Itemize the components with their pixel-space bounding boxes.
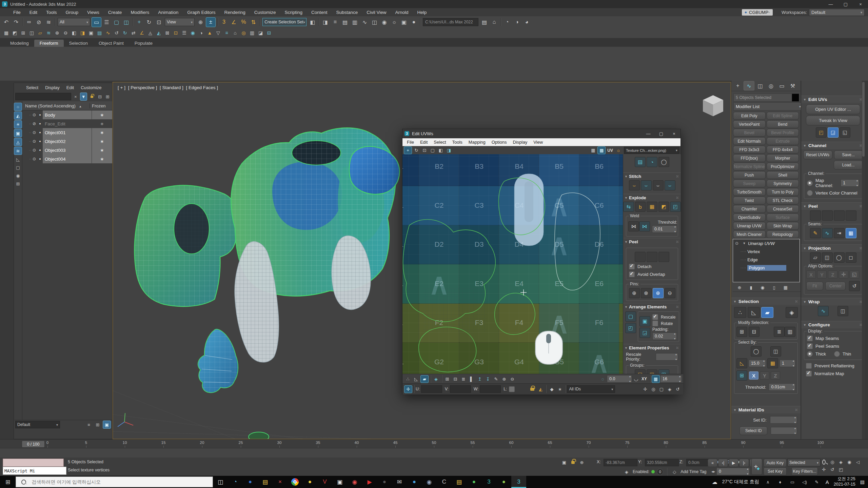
minimize-button[interactable]: — (823, 0, 838, 8)
explode-rollout-header[interactable]: Explode (623, 194, 681, 201)
app-mail[interactable]: ✉ (392, 476, 407, 488)
show-end-result[interactable]: ▮ (747, 284, 755, 291)
microphone-icon[interactable]: ♦ (776, 479, 784, 486)
object-name[interactable]: Object001 (43, 128, 92, 137)
modifier-button-edit-normals[interactable]: Edit Normals (733, 137, 766, 145)
modifier-button-bevel[interactable]: Bevel (733, 129, 766, 137)
stitch-custom[interactable]: ⌣ (629, 180, 640, 190)
pack-region[interactable]: ◲ (639, 328, 650, 338)
zoom-region[interactable]: ▢ (658, 386, 665, 393)
uv-polygon-sub[interactable]: ▰ (420, 375, 429, 383)
unpin-selected[interactable]: ⊗ (641, 288, 652, 298)
render-setup[interactable]: ☼ (390, 18, 399, 27)
redo[interactable]: ↷ (12, 18, 21, 27)
column-header-name[interactable]: Name (Sorted Ascending) ▲ (22, 103, 90, 108)
stitch-to-source[interactable]: ⌣ (641, 180, 652, 190)
app-map-pin[interactable]: ◉ (347, 476, 362, 488)
previous-frame-button[interactable]: ‹| (718, 459, 728, 467)
object-name[interactable]: Body (43, 110, 92, 119)
paint-select-add[interactable]: ⊕ (500, 375, 508, 383)
stack-subobject-edge[interactable]: ····Edge (733, 256, 800, 264)
set-keys-button[interactable]: +◆ (751, 459, 762, 475)
modifier-button-stl-check[interactable]: STL Check (767, 197, 799, 204)
configure-rollout-header[interactable]: Configure (801, 321, 865, 328)
timeline-tick-label[interactable]: 95 (780, 441, 784, 445)
app-telegram[interactable]: ● (407, 476, 422, 488)
pack-full[interactable]: ▣ (639, 316, 650, 326)
peel-mode[interactable] (647, 252, 657, 262)
poly-modeling-tool[interactable]: ◉ (189, 29, 197, 37)
loop-selection[interactable]: ≣ (460, 375, 467, 383)
ribbon-tab-freeform[interactable]: Freeform (34, 40, 64, 47)
weld-all[interactable]: ⋈ (639, 221, 650, 231)
uv-rotate[interactable]: ↻ (413, 147, 420, 154)
fov-tool[interactable]: ◁ (854, 459, 862, 466)
lock-selected-vertices-icon[interactable] (530, 388, 534, 391)
column-header-frozen[interactable]: Frozen (90, 103, 112, 108)
pin-live[interactable]: ⊕ (653, 288, 664, 298)
signin-user-chip[interactable]: ● CGBUMP ▾ (742, 9, 773, 16)
zoom-all[interactable]: ◎ (829, 459, 836, 466)
pan-tool[interactable]: ✢ (642, 386, 649, 393)
point-to-point-seam[interactable]: ∿ (822, 228, 833, 238)
poly-modeling-tool[interactable]: ⌂ (231, 29, 239, 37)
paint-select-sub[interactable]: ⊖ (509, 375, 516, 383)
select-by-smoothing-group[interactable]: ◯ (751, 346, 762, 357)
best-align[interactable]: ◱ (850, 270, 859, 279)
spline-wrap[interactable]: ∿ (818, 306, 829, 316)
arrange-rollout-header[interactable]: Arrange Elements (623, 303, 681, 310)
poly-modeling-tool[interactable]: ▽ (214, 29, 222, 37)
rescale-priority-spinner[interactable] (656, 353, 678, 361)
menu-content[interactable]: Content (307, 8, 332, 16)
poly-modeling-tool[interactable]: ⊕ (53, 29, 61, 37)
percent-snap-toggle[interactable]: % (239, 18, 248, 27)
uv-edge-sub[interactable]: ◺ (412, 375, 420, 383)
paint-select[interactable]: ✎ (492, 375, 500, 383)
poly-modeling-tool[interactable]: ⊡ (172, 29, 180, 37)
material-ids-rollout-header[interactable]: Material IDs (731, 406, 801, 413)
poly-modeling-tool[interactable]: ▤ (96, 29, 103, 37)
detach-checkbox[interactable] (629, 264, 635, 269)
modifier-button-turbosmooth[interactable]: TurboSmooth (733, 188, 766, 196)
frozen-icon[interactable]: ∗ (92, 155, 112, 163)
dialog-menu-tools[interactable]: Tools (449, 139, 466, 146)
menu-views[interactable]: Views (83, 8, 104, 16)
soft-selection-spinner[interactable]: 0.0 (607, 375, 632, 383)
app-3dsmax-active[interactable]: 3 (511, 476, 526, 488)
object-row-face_edit[interactable]: ··⊘●Face_Edit∗ (22, 119, 112, 128)
lock-explorer-icon[interactable] (88, 93, 96, 100)
menu-substance[interactable]: Substance (332, 8, 362, 16)
uv-editor-canvas[interactable]: B1B2B3B4B5B6C1C2C3C4C5∧C6D1D2D3D4D5∧D6E1… (402, 154, 623, 374)
dialog-minimize-button[interactable]: — (642, 129, 655, 138)
folder-2[interactable]: ▤ (452, 476, 467, 488)
weld-threshold-spinner[interactable]: 0.01 (652, 225, 677, 233)
edge-to-seam[interactable]: ⇥ (834, 228, 845, 238)
dialog-menu-file[interactable]: File (404, 139, 417, 146)
filter-containers[interactable]: ▢ (14, 164, 22, 171)
select-by-name[interactable]: ☰ (102, 18, 111, 27)
object-row-object004[interactable]: ··⊙●Object004∗ (22, 155, 112, 163)
modifier-button-opensubdiv[interactable]: OpenSubdiv (733, 214, 766, 221)
workspace-dropdown[interactable]: Default▾ (809, 9, 865, 16)
weld-selected[interactable]: ⋈ (628, 221, 639, 231)
pelt-map[interactable] (846, 210, 856, 221)
timeline-tick-label[interactable]: 5 (85, 441, 87, 445)
dialog-menu-mapping[interactable]: Mapping (466, 139, 489, 146)
grid-snap-icon[interactable]: ▦ (652, 375, 660, 383)
selection-set-dropdown[interactable]: Selected▾ (787, 459, 821, 466)
pen-icon[interactable]: ✎ (813, 479, 821, 486)
absolute-mode-toggle[interactable]: ⊕ (578, 459, 586, 466)
frozen-icon[interactable]: ∗ (92, 137, 112, 146)
modifier-button-normalize-spline[interactable]: Normalize Spline (733, 163, 766, 170)
app-green[interactable]: ● (467, 476, 481, 488)
app-steam[interactable]: ◉ (422, 476, 437, 488)
maximize-viewport-toggle[interactable]: ◰ (837, 466, 845, 473)
prevent-reflattening-checkbox[interactable] (806, 363, 812, 369)
select-by-planar-angle[interactable]: ◫ (770, 346, 781, 357)
convert-smoothing-groups[interactable]: ▦ (846, 228, 856, 238)
element-properties-rollout-header[interactable]: Element Properties (623, 344, 681, 351)
frozen-icon[interactable]: ∗ (92, 119, 112, 128)
reset-uvws-button[interactable]: Reset UVWs (803, 150, 832, 159)
clear-search-icon[interactable]: × (72, 93, 79, 100)
wrap-rollout-header[interactable]: Wrap (801, 298, 865, 305)
